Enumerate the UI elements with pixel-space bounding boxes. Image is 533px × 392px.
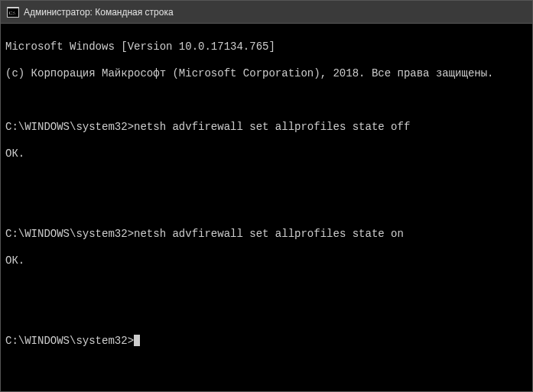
window-title: Администратор: Командная строка [24, 7, 174, 18]
command-line: C:\WINDOWS\system32>netsh advfirewall se… [5, 228, 528, 241]
version-line: Microsoft Windows [Version 10.0.17134.76… [5, 40, 528, 54]
terminal-output[interactable]: Microsoft Windows [Version 10.0.17134.76… [1, 24, 532, 391]
command-line: C:\WINDOWS\system32>netsh advfirewall se… [5, 121, 528, 134]
svg-text:C:\: C:\ [9, 10, 16, 16]
prompt: C:\WINDOWS\system32> [5, 228, 134, 241]
blank-line [5, 94, 528, 108]
output-line: ОК. [5, 147, 528, 161]
prompt: C:\WINDOWS\system32> [5, 335, 134, 348]
cmd-window: C:\ Администратор: Командная строка Micr… [0, 0, 533, 392]
blank-line [5, 174, 528, 188]
prompt: C:\WINDOWS\system32> [5, 121, 134, 134]
command-text: netsh advfirewall set allprofiles state … [134, 228, 404, 241]
cmd-icon: C:\ [7, 7, 19, 18]
copyright-line: (c) Корпорация Майкрософт (Microsoft Cor… [5, 67, 528, 81]
blank-line [5, 308, 528, 322]
blank-line [5, 201, 528, 215]
titlebar[interactable]: C:\ Администратор: Командная строка [1, 1, 532, 24]
blank-line [5, 281, 528, 295]
cursor [134, 335, 140, 346]
current-prompt-line: C:\WINDOWS\system32> [5, 335, 528, 348]
output-line: ОК. [5, 254, 528, 268]
command-text: netsh advfirewall set allprofiles state … [134, 121, 410, 134]
